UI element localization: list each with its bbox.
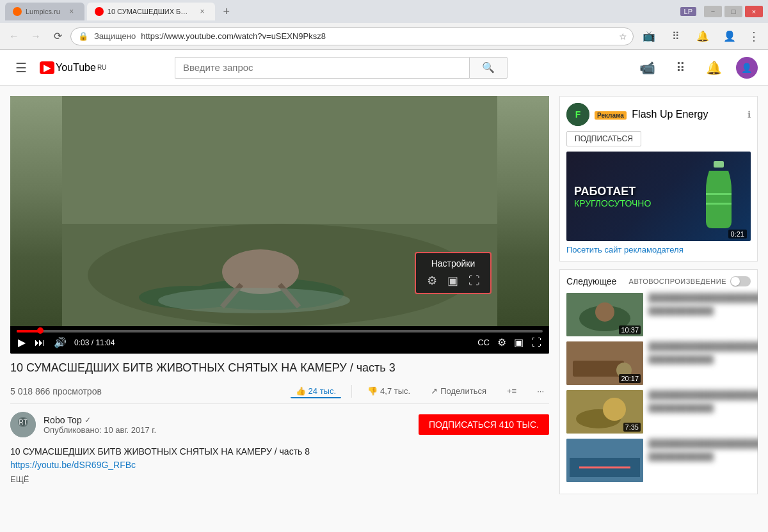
search-input[interactable]	[175, 57, 469, 79]
minimize-button[interactable]: −	[704, 6, 722, 17]
youtube-logo[interactable]: ▶ YouTubeRU	[40, 61, 106, 74]
ad-info-icon[interactable]: ℹ	[748, 109, 751, 120]
desc-line1: 10 СУМАСШЕДШИХ БИТВ ЖИВОТНЫХ СНЯТЫХ НА К…	[10, 445, 549, 458]
channel-name[interactable]: Robo Top ✓	[44, 415, 411, 425]
upload-icon[interactable]: 📹	[636, 56, 659, 79]
video-actions: 👍 24 тыс. 👎 4,7 тыс. ↗ Поделиться	[291, 384, 549, 398]
tab-lumpics[interactable]: Lumpics.ru ×	[5, 3, 84, 20]
play-button[interactable]: ▶	[17, 335, 27, 350]
lock-icon: 🔒	[78, 31, 88, 41]
next-button[interactable]: ⏭	[33, 336, 46, 350]
bell-icon[interactable]: 🔔	[703, 56, 726, 79]
add-to-playlist-button[interactable]: +≡	[502, 384, 522, 398]
tab-youtube-close[interactable]: ×	[197, 6, 207, 17]
ad-info: Реклама Flash Up Energy	[595, 109, 742, 120]
tab-youtube[interactable]: 10 СУМАСШЕДШИХ БИ... ×	[87, 3, 215, 20]
dislike-count: 4,7 тыс.	[380, 386, 410, 396]
subscribe-channel-button[interactable]: ПОДПИСАТЬСЯ 410 ТЫС.	[419, 414, 549, 435]
address-wrapper: 🔒 Защищено https://www.youtube.com/watch…	[70, 27, 634, 45]
apps-icon[interactable]: ⠿	[664, 25, 687, 48]
youtube-logo-icon: ▶	[40, 61, 54, 74]
video-card-3-info: ████████████████████ ████████████	[648, 390, 758, 434]
video-card-3[interactable]: 7:35 ████████████████████ ████████████	[566, 390, 751, 434]
like-button[interactable]: 👍 24 тыс.	[291, 384, 341, 398]
close-button[interactable]: ×	[745, 6, 763, 17]
sidebar: F Реклама Flash Up Energy ℹ ПОДПИСАТЬСЯ	[559, 96, 758, 532]
tab-lumpics-close[interactable]: ×	[67, 6, 77, 17]
user-avatar[interactable]: 👤	[736, 57, 758, 79]
video-card-3-duration: 7:35	[623, 423, 641, 432]
video-card-2-duration: 20:17	[619, 374, 641, 383]
svg-rect-16	[706, 193, 732, 195]
share-button[interactable]: ↗ Поделиться	[426, 384, 492, 398]
video-card-4[interactable]: ████████████████████ ████████████	[566, 439, 751, 482]
notifications-icon[interactable]: 🔔	[691, 25, 714, 48]
refresh-button[interactable]: ⟳	[49, 27, 67, 45]
miniplayer-icon[interactable]: ▣	[447, 274, 458, 288]
ad-subscribe-button[interactable]: ПОДПИСАТЬСЯ	[566, 131, 641, 146]
video-player[interactable]: Настройки ⚙ ▣ ⛶	[10, 96, 549, 354]
hamburger-menu-icon[interactable]: ☰	[10, 55, 32, 81]
ad-visit-link[interactable]: Посетить сайт рекламодателя	[566, 245, 751, 254]
bookmark-icon[interactable]: ☆	[619, 31, 627, 42]
progress-thumb	[37, 327, 44, 334]
ad-title-row: Реклама Flash Up Energy	[595, 109, 742, 120]
browser-window: Lumpics.ru × 10 СУМАСШЕДШИХ БИ... × + LP…	[0, 0, 768, 532]
grid-icon[interactable]: ⠿	[669, 56, 692, 79]
progress-bar[interactable]	[17, 330, 543, 332]
video-card-1-info: ████████████████████ ████████████	[648, 293, 758, 336]
window-user-label: LP	[680, 7, 696, 16]
search-button[interactable]: 🔍	[469, 57, 508, 79]
ad-thumb-text: РАБОТАЕТ КРУГЛОСУТОЧНО	[574, 185, 651, 208]
add-icon: +≡	[507, 386, 516, 396]
back-button[interactable]: ←	[5, 27, 23, 45]
settings-button[interactable]: ⚙	[496, 335, 508, 350]
video-card-1-title: ████████████████████	[648, 293, 758, 304]
settings-gear-icon[interactable]: ⚙	[427, 274, 437, 288]
next-title: Следующее	[566, 276, 616, 286]
settings-popup-label: Настройки	[424, 258, 483, 269]
dislike-button[interactable]: 👎 4,7 тыс.	[362, 384, 415, 398]
svg-point-26	[603, 398, 626, 421]
ad-thumbnail[interactable]: РАБОТАЕТ КРУГЛОСУТОЧНО 0:21	[566, 152, 751, 241]
browser-menu-button[interactable]: ⋮	[745, 27, 763, 45]
cast-icon[interactable]: 📺	[637, 25, 660, 48]
tab-youtube-title: 10 СУМАСШЕДШИХ БИ...	[108, 8, 191, 15]
channel-row: RT Robo Top ✓ Опубликовано: 10 авг. 2017…	[10, 412, 549, 437]
new-tab-button[interactable]: +	[218, 3, 236, 20]
more-button[interactable]: ···	[532, 384, 549, 398]
video-card-4-thumb	[566, 439, 643, 482]
fullscreen-button[interactable]: ⛶	[530, 336, 543, 350]
address-input[interactable]: Защищено https://www.youtube.com/watch?v…	[70, 27, 634, 45]
profile-icon-browser[interactable]: 👤	[718, 25, 741, 48]
autoplay-label: АВТОВОСПРОИЗВЕДЕНИЕ	[629, 278, 726, 285]
ad-avatar: F	[566, 103, 589, 126]
subtitles-button[interactable]: CC	[476, 336, 491, 348]
url-text: https://www.youtube.com/watch?v=uSEXN9Pk…	[141, 31, 326, 41]
svg-rect-15	[714, 161, 724, 168]
ad-badge: Реклама	[595, 111, 627, 120]
share-icon: ↗	[431, 386, 438, 396]
video-card-2[interactable]: 20:17 ████████████████████ ████████████	[566, 341, 751, 385]
channel-avatar[interactable]: RT	[10, 412, 36, 437]
ad-section: F Реклама Flash Up Energy ℹ ПОДПИСАТЬСЯ	[559, 96, 758, 262]
desc-link[interactable]: https://youtu.be/dSR69G_RFBc	[10, 460, 136, 470]
lumpics-favicon	[13, 7, 22, 16]
autoplay-toggle[interactable]	[730, 276, 751, 286]
maximize-button[interactable]: □	[724, 6, 742, 17]
forward-button[interactable]: →	[27, 27, 45, 45]
ad-title: Flash Up Energy	[632, 109, 708, 120]
svg-point-5	[222, 249, 299, 294]
miniplayer-button[interactable]: ▣	[513, 335, 525, 350]
video-description: 10 СУМАСШЕДШИХ БИТВ ЖИВОТНЫХ СНЯТЫХ НА К…	[10, 445, 549, 472]
address-bar: ← → ⟳ 🔒 Защищено https://www.youtube.com…	[0, 23, 768, 50]
like-count: 24 тыс.	[308, 386, 336, 396]
main-area: Настройки ⚙ ▣ ⛶	[10, 96, 559, 532]
video-card-1[interactable]: 10:37 ████████████████████ ████████████	[566, 293, 751, 336]
show-more-button[interactable]: ЕЩЁ	[10, 474, 549, 484]
svg-text:F: F	[575, 109, 581, 120]
video-card-4-meta: ████████████	[648, 452, 758, 461]
fullscreen-icon[interactable]: ⛶	[468, 274, 480, 288]
volume-button[interactable]: 🔊	[52, 335, 68, 350]
youtube-page: ☰ ▶ YouTubeRU 🔍 📹 ⠿ 🔔 👤	[0, 50, 768, 532]
